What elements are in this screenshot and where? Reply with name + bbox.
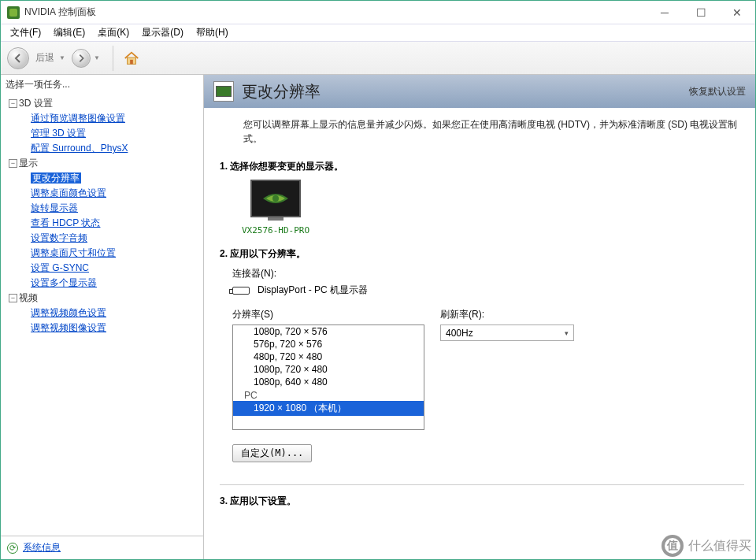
- resolution-listbox[interactable]: 1080p, 720 × 576576p, 720 × 576480p, 720…: [232, 325, 424, 430]
- close-button[interactable]: ✕: [719, 1, 755, 24]
- displayport-icon: [232, 287, 250, 295]
- tree-item[interactable]: 更改分辨率: [4, 171, 200, 186]
- tree-item[interactable]: 设置数字音频: [4, 231, 200, 246]
- arrow-left-icon: [13, 53, 24, 64]
- toolbar-divider: [113, 46, 113, 71]
- home-button[interactable]: [123, 50, 140, 67]
- main-scroll-area[interactable]: 您可以调整屏幕上显示的信息量并减少闪烁。如果您正在使用高清晰度电视 (HDTV)…: [204, 108, 755, 559]
- back-history-dropdown[interactable]: ▼: [59, 54, 65, 61]
- forward-history-dropdown[interactable]: ▼: [94, 54, 100, 61]
- arrow-right-icon: [76, 54, 86, 63]
- resolution-item[interactable]: 576p, 720 × 576: [233, 338, 424, 350]
- tree-group-label: 3D 设置: [19, 97, 53, 110]
- refresh-rate-select[interactable]: 400Hz ▾: [440, 325, 574, 341]
- menu-desktop[interactable]: 桌面(K): [91, 26, 135, 39]
- watermark: 什么值得买: [662, 535, 751, 557]
- resolution-item[interactable]: 480p, 720 × 480: [233, 350, 424, 363]
- menu-help[interactable]: 帮助(H): [190, 26, 235, 39]
- tree-item[interactable]: 通过预览调整图像设置: [4, 111, 200, 126]
- page-title: 更改分辨率: [242, 81, 681, 102]
- tree-group[interactable]: −显示: [4, 156, 200, 171]
- tree-item[interactable]: 配置 Surround、PhysX: [4, 141, 200, 156]
- custom-resolution-button[interactable]: 自定义(M)...: [232, 444, 312, 462]
- menu-file[interactable]: 文件(F): [4, 26, 47, 39]
- chevron-down-icon: ▾: [565, 329, 569, 337]
- system-info-link[interactable]: 系统信息: [23, 541, 61, 554]
- titlebar: NVIDIA 控制面板 ─ ☐ ✕: [1, 1, 755, 24]
- svg-point-2: [272, 195, 279, 202]
- section-divider: [220, 484, 744, 485]
- resolution-list-label: 分辨率(S): [232, 308, 424, 321]
- connector-label: 连接器(N):: [232, 267, 744, 280]
- resolution-item[interactable]: 1080p, 640 × 480: [233, 376, 424, 388]
- nvidia-app-icon: [7, 6, 20, 19]
- resolution-group-label: PC: [233, 388, 424, 401]
- section-1-title: 1. 选择你想要变更的显示器。: [220, 160, 744, 173]
- collapse-icon[interactable]: −: [9, 159, 17, 168]
- menu-display[interactable]: 显示器(D): [135, 26, 190, 39]
- monitor-card[interactable]: VX2576-HD-PRO: [242, 180, 309, 235]
- sidebar-header: 选择一项任务...: [1, 75, 203, 95]
- menubar: 文件(F) 编辑(E) 桌面(K) 显示器(D) 帮助(H): [1, 24, 755, 42]
- tree-group-label: 视频: [19, 291, 38, 305]
- refresh-rate-label: 刷新率(R):: [440, 308, 574, 321]
- tree-item[interactable]: 旋转显示器: [4, 201, 200, 216]
- watermark-icon: [662, 535, 684, 557]
- menu-edit[interactable]: 编辑(E): [47, 26, 91, 39]
- tree-item[interactable]: 设置多个显示器: [4, 276, 200, 291]
- home-icon: [123, 50, 140, 67]
- minimize-button[interactable]: ─: [647, 1, 683, 24]
- resolution-item-selected[interactable]: 1920 × 1080 （本机）: [233, 401, 424, 416]
- restore-defaults-link[interactable]: 恢复默认设置: [689, 85, 746, 98]
- connector-value: DisplayPort - PC 机显示器: [258, 284, 368, 297]
- back-label: 后退: [35, 51, 54, 65]
- tree-item[interactable]: 调整视频图像设置: [4, 321, 200, 336]
- tree-item[interactable]: 管理 3D 设置: [4, 126, 200, 141]
- main-header: 更改分辨率 恢复默认设置: [204, 75, 755, 108]
- maximize-button[interactable]: ☐: [683, 1, 719, 24]
- collapse-icon[interactable]: −: [9, 294, 17, 302]
- tree-item[interactable]: 查看 HDCP 状态: [4, 216, 200, 231]
- back-button[interactable]: [7, 47, 29, 69]
- resolution-header-icon: [213, 81, 234, 102]
- monitor-icon: [250, 180, 301, 217]
- toolbar: 后退 ▼ ▼: [1, 42, 755, 75]
- tree-group[interactable]: −3D 设置: [4, 96, 200, 111]
- tree-item[interactable]: 调整桌面颜色设置: [4, 186, 200, 201]
- resolution-item[interactable]: 1080p, 720 × 576: [233, 325, 424, 338]
- tree-item[interactable]: 调整桌面尺寸和位置: [4, 246, 200, 261]
- resolution-item[interactable]: 1080p, 720 × 480: [233, 363, 424, 376]
- info-icon: ⟳: [7, 543, 18, 554]
- collapse-icon[interactable]: −: [9, 99, 17, 108]
- main-panel: 更改分辨率 恢复默认设置 您可以调整屏幕上显示的信息量并减少闪烁。如果您正在使用…: [204, 75, 755, 559]
- task-tree[interactable]: −3D 设置通过预览调整图像设置管理 3D 设置配置 Surround、Phys…: [1, 95, 203, 536]
- section-3-title: 3. 应用以下设置。: [220, 495, 744, 508]
- forward-button[interactable]: [72, 49, 91, 68]
- tree-item[interactable]: 调整视频颜色设置: [4, 306, 200, 321]
- task-sidebar: 选择一项任务... −3D 设置通过预览调整图像设置管理 3D 设置配置 Sur…: [1, 75, 204, 559]
- nvidia-eye-icon: [260, 187, 291, 210]
- window-title: NVIDIA 控制面板: [24, 6, 647, 19]
- intro-text: 您可以调整屏幕上显示的信息量并减少闪烁。如果您正在使用高清晰度电视 (HDTV)…: [204, 113, 755, 157]
- tree-item[interactable]: 设置 G-SYNC: [4, 261, 200, 276]
- svg-rect-1: [130, 59, 133, 64]
- refresh-rate-value: 400Hz: [446, 328, 473, 339]
- section-2-title: 2. 应用以下分辨率。: [220, 247, 744, 261]
- tree-group-label: 显示: [19, 157, 38, 170]
- monitor-label: VX2576-HD-PRO: [242, 225, 309, 235]
- tree-group[interactable]: −视频: [4, 291, 200, 306]
- watermark-text: 什么值得买: [688, 538, 751, 554]
